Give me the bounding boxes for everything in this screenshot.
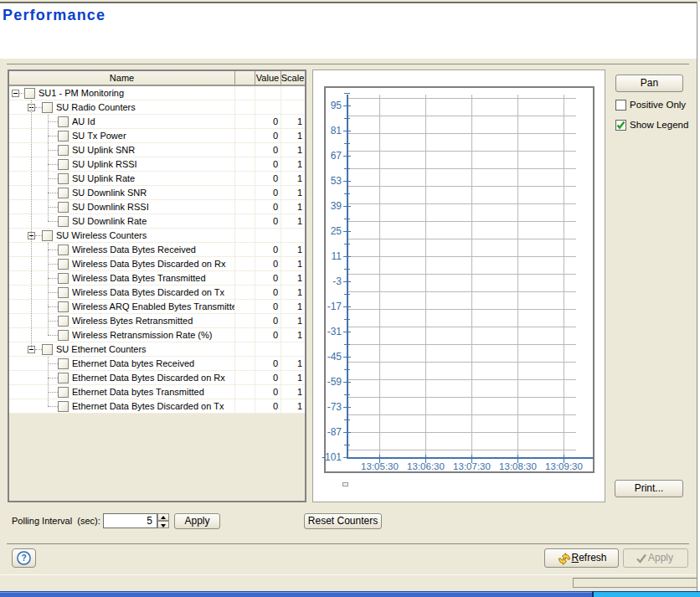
- svg-text:?: ?: [21, 553, 26, 563]
